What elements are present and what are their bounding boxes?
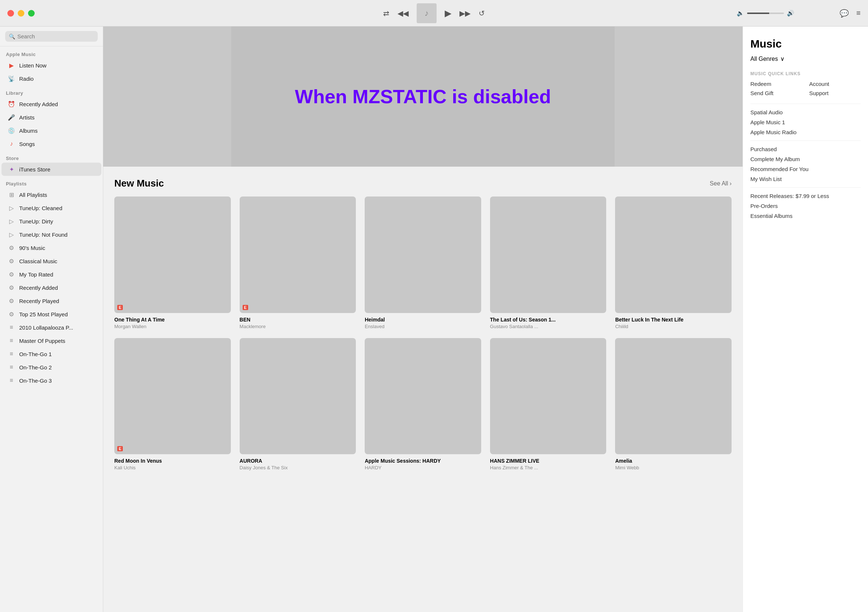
- link-pre-orders[interactable]: Pre-Orders: [750, 203, 860, 209]
- link-essential-albums[interactable]: Essential Albums: [750, 213, 860, 219]
- search-input-wrap[interactable]: 🔍: [5, 31, 98, 42]
- my-top-rated-label: My Top Rated: [19, 271, 96, 277]
- search-input[interactable]: [17, 33, 94, 39]
- quick-link-account[interactable]: Account: [809, 81, 861, 87]
- link-spatial-audio[interactable]: Spatial Audio: [750, 109, 860, 115]
- hero-disabled-text: When MZSTATIC is disabled: [295, 85, 551, 108]
- playlists-section-label: Playlists: [0, 176, 103, 188]
- sidebar-item-albums[interactable]: 💿 Albums: [2, 124, 101, 137]
- repeat-button[interactable]: ↺: [479, 9, 485, 18]
- gear-icon-classical: ⚙: [8, 257, 16, 265]
- quick-link-redeem[interactable]: Redeem: [750, 81, 802, 87]
- music-card-0[interactable]: E One Thing At A Time Morgan Wallen: [114, 197, 231, 329]
- link-recommended-for-you[interactable]: Recommended For You: [750, 166, 860, 172]
- music-card-2[interactable]: Heimdal Enslaved: [365, 197, 481, 329]
- library-section-label: Library: [0, 85, 103, 97]
- divider-2: [750, 141, 860, 141]
- music-card-artist-8: Hans Zimmer & The ...: [490, 465, 606, 470]
- sidebar-item-on-the-go-2[interactable]: ≡ On-The-Go 2: [2, 361, 101, 374]
- see-all-button[interactable]: See All ›: [710, 180, 732, 187]
- minimize-button[interactable]: [18, 10, 24, 17]
- folder-icon-cleaned: ▷: [8, 204, 16, 212]
- note-icon-lollapalooza: ≡: [8, 323, 16, 332]
- sidebar-item-classical-music[interactable]: ⚙ Classical Music: [2, 254, 101, 268]
- tuneup-cleaned-label: TuneUp: Cleaned: [19, 205, 96, 211]
- explicit-badge-5: E: [117, 446, 123, 451]
- link-recent-releases[interactable]: Recent Releases: $7.99 or Less: [750, 193, 860, 199]
- sidebar-item-top-25-most-played[interactable]: ⚙ Top 25 Most Played: [2, 307, 101, 321]
- sidebar-item-recently-added-pl[interactable]: ⚙ Recently Added: [2, 281, 101, 294]
- music-card-thumb-9: [615, 338, 732, 455]
- radio-label: Radio: [19, 76, 96, 82]
- music-card-7[interactable]: Apple Music Sessions: HARDY HARDY: [365, 338, 481, 471]
- link-my-wish-list[interactable]: My Wish List: [750, 176, 860, 182]
- note-icon-otg2: ≡: [8, 363, 16, 371]
- sidebar-item-itunes-store[interactable]: ✦ iTunes Store: [2, 163, 101, 176]
- music-grid-row1: E One Thing At A Time Morgan Wallen E BE…: [114, 197, 732, 329]
- music-card-4[interactable]: Better Luck In The Next Life Chiiild: [615, 197, 732, 329]
- radio-icon: 📡: [8, 74, 16, 82]
- sidebar-item-recently-added[interactable]: ⏰ Recently Added: [2, 97, 101, 111]
- fullscreen-button[interactable]: [28, 10, 35, 17]
- sidebar-item-90s-music[interactable]: ⚙ 90's Music: [2, 241, 101, 254]
- music-card-1[interactable]: E BEN Macklemore: [240, 197, 356, 329]
- right-sidebar: Music All Genres ∨ MUSIC QUICK LINKS Red…: [742, 26, 868, 612]
- music-card-6[interactable]: AURORA Daisy Jones & The Six: [240, 338, 356, 471]
- music-card-3[interactable]: The Last of Us: Season 1... Gustavo Sant…: [490, 197, 606, 329]
- music-card-thumb-8: [490, 338, 606, 455]
- apple-music-section-label: Apple Music: [0, 46, 103, 59]
- all-playlists-label: All Playlists: [19, 192, 96, 198]
- music-card-5[interactable]: E Red Moon In Venus Kali Uchis: [114, 338, 231, 471]
- volume-high-icon: 🔊: [787, 9, 794, 17]
- music-card-title-9: Amelia: [615, 458, 732, 464]
- next-button[interactable]: ▶▶: [459, 9, 471, 18]
- sidebar-item-recently-played[interactable]: ⚙ Recently Played: [2, 294, 101, 307]
- master-of-puppets-label: Master Of Puppets: [19, 338, 96, 344]
- sidebar-item-artists[interactable]: 🎤 Artists: [2, 111, 101, 124]
- quick-link-support[interactable]: Support: [809, 90, 861, 96]
- sidebar-item-on-the-go-1[interactable]: ≡ On-The-Go 1: [2, 347, 101, 361]
- on-the-go-3-label: On-The-Go 3: [19, 378, 96, 384]
- play-button[interactable]: ▶: [445, 8, 451, 19]
- link-purchased[interactable]: Purchased: [750, 146, 860, 152]
- recently-added-pl-label: Recently Added: [19, 285, 96, 291]
- sidebar-item-songs[interactable]: ♪ Songs: [2, 137, 101, 150]
- hero-area: When MZSTATIC is disabled: [103, 26, 742, 167]
- sidebar-item-2010-lollapalooza[interactable]: ≡ 2010 Lollapalooza P...: [2, 321, 101, 334]
- section-header: New Music See All ›: [114, 178, 732, 189]
- music-card-artist-5: Kali Uchis: [114, 465, 231, 470]
- transport-controls: ⇄ ◀◀ ♪ ▶ ▶▶ ↺: [383, 3, 485, 23]
- title-bar: ⇄ ◀◀ ♪ ▶ ▶▶ ↺ 🔈 🔊 💬 ≡: [0, 0, 868, 26]
- sidebar-item-my-top-rated[interactable]: ⚙ My Top Rated: [2, 268, 101, 281]
- shuffle-button[interactable]: ⇄: [383, 9, 389, 18]
- link-apple-music-1[interactable]: Apple Music 1: [750, 119, 860, 125]
- lyrics-icon[interactable]: 💬: [840, 9, 849, 18]
- link-complete-my-album[interactable]: Complete My Album: [750, 156, 860, 162]
- link-apple-music-radio[interactable]: Apple Music Radio: [750, 129, 860, 135]
- scrollable-content: When MZSTATIC is disabled New Music See …: [103, 26, 742, 612]
- music-card-title-1: BEN: [240, 317, 356, 322]
- sidebar-item-tuneup-not-found[interactable]: ▷ TuneUp: Not Found: [2, 228, 101, 241]
- 2010-lollapalooza-label: 2010 Lollapalooza P...: [19, 324, 96, 331]
- quick-link-send-gift[interactable]: Send Gift: [750, 90, 802, 96]
- sidebar-item-tuneup-cleaned[interactable]: ▷ TuneUp: Cleaned: [2, 201, 101, 215]
- previous-button[interactable]: ◀◀: [397, 9, 409, 18]
- queue-icon[interactable]: ≡: [856, 9, 860, 17]
- sidebar-item-tuneup-dirty[interactable]: ▷ TuneUp: Dirty: [2, 215, 101, 228]
- volume-slider[interactable]: [747, 12, 784, 14]
- sidebar-item-listen-now[interactable]: ▶ Listen Now: [2, 59, 101, 72]
- music-card-8[interactable]: HANS ZIMMER LIVE Hans Zimmer & The ...: [490, 338, 606, 471]
- sidebar-item-master-of-puppets[interactable]: ≡ Master Of Puppets: [2, 334, 101, 347]
- sidebar-item-radio[interactable]: 📡 Radio: [2, 72, 101, 85]
- music-card-thumb-0: E: [114, 197, 231, 313]
- genres-dropdown[interactable]: All Genres ∨: [750, 55, 860, 62]
- music-card-thumb-1: E: [240, 197, 356, 313]
- sidebar-item-on-the-go-3[interactable]: ≡ On-The-Go 3: [2, 374, 101, 387]
- music-card-9[interactable]: Amelia Mimi Webb: [615, 338, 732, 471]
- music-card-thumb-3: [490, 197, 606, 313]
- recently-played-label: Recently Played: [19, 298, 96, 304]
- close-button[interactable]: [8, 10, 14, 17]
- main-layout: 🔍 Apple Music ▶ Listen Now 📡 Radio Libra…: [0, 26, 868, 612]
- sidebar-item-all-playlists[interactable]: ⊞ All Playlists: [2, 188, 101, 201]
- note-icon-otg3: ≡: [8, 376, 16, 384]
